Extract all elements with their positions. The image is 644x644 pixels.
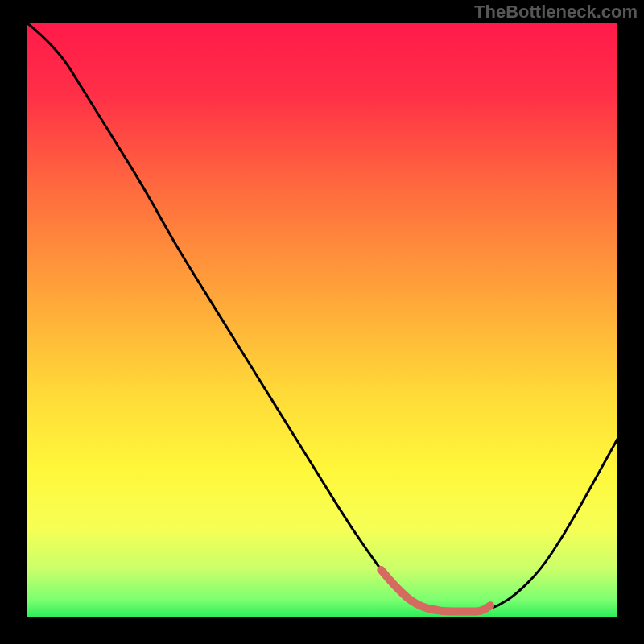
plot-area (27, 23, 617, 617)
chart-container: TheBottleneck.com (0, 0, 644, 644)
watermark-text: TheBottleneck.com (474, 2, 638, 23)
svg-rect-0 (27, 23, 617, 617)
background-gradient (27, 23, 617, 617)
